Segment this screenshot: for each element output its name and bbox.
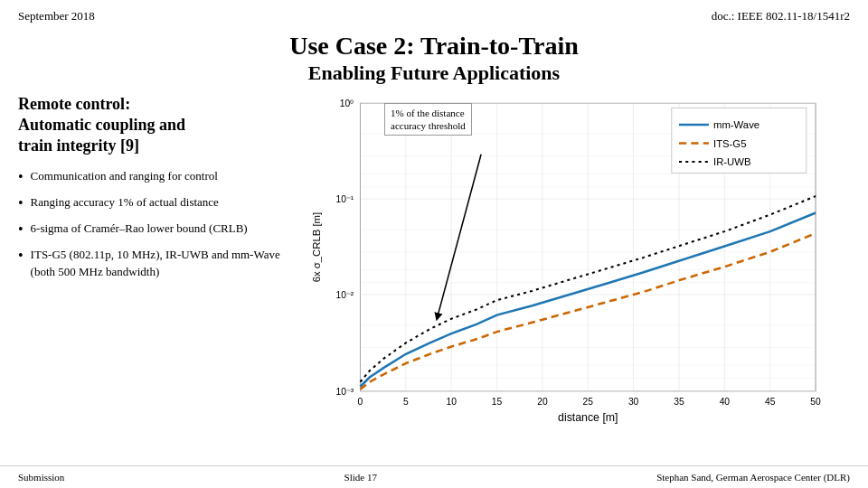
svg-text:35: 35	[674, 397, 684, 407]
footer-right: Stephan Sand, German Aerospace Center (D…	[656, 472, 850, 483]
bullet-text: 6-sigma of Cramér–Rao lower bound (CRLB)	[31, 221, 248, 237]
svg-text:IR-UWB: IR-UWB	[713, 156, 750, 167]
bullet-text: Communication and ranging for control	[31, 168, 218, 184]
svg-text:45: 45	[765, 397, 776, 407]
chart-container: 1% of the distance accuracy threshold	[307, 94, 850, 428]
title-sub: Enabling Future Applications	[0, 61, 868, 85]
svg-text:10⁻³: 10⁻³	[335, 387, 354, 397]
footer: Submission Slide 17 Stephan Sand, German…	[0, 465, 868, 488]
svg-text:10⁰: 10⁰	[340, 99, 354, 108]
left-panel: Remote control:Automatic coupling andtra…	[18, 94, 298, 428]
title-main: Use Case 2: Train-to-Train	[0, 31, 868, 61]
svg-text:5: 5	[403, 397, 409, 407]
svg-text:20: 20	[537, 397, 548, 407]
callout-box: 1% of the distance accuracy threshold	[384, 103, 472, 136]
callout-line1: 1% of the distance	[391, 108, 465, 118]
svg-text:0: 0	[358, 397, 363, 407]
list-item: 6-sigma of Cramér–Rao lower bound (CRLB)	[18, 221, 298, 238]
list-item: Communication and ranging for control	[18, 168, 298, 185]
svg-text:10: 10	[446, 397, 457, 407]
content-area: Remote control:Automatic coupling andtra…	[0, 94, 868, 428]
svg-text:10⁻¹: 10⁻¹	[335, 194, 354, 204]
svg-text:distance [m]: distance [m]	[558, 410, 618, 423]
footer-center: Slide 17	[344, 472, 377, 483]
svg-text:30: 30	[628, 397, 639, 407]
bullet-list: Communication and ranging for control Ra…	[18, 168, 298, 280]
svg-text:40: 40	[720, 397, 731, 407]
svg-text:6x σ_CRLB [m]: 6x σ_CRLB [m]	[311, 212, 322, 282]
list-item: Ranging accuracy 1% of actual distance	[18, 194, 298, 211]
svg-text:15: 15	[492, 397, 503, 407]
bullet-text: Ranging accuracy 1% of actual distance	[31, 194, 219, 211]
bullet-text: ITS-G5 (802.11p, 10 MHz), IR-UWB and mm-…	[31, 247, 298, 279]
svg-text:ITS-G5: ITS-G5	[713, 137, 746, 148]
title-section: Use Case 2: Train-to-Train Enabling Futu…	[0, 31, 868, 85]
header: September 2018 doc.: IEEE 802.11-18/1541…	[0, 0, 868, 27]
svg-text:50: 50	[810, 397, 821, 407]
header-date: September 2018	[18, 9, 95, 23]
remote-control-title: Remote control:Automatic coupling andtra…	[18, 94, 298, 157]
list-item: ITS-G5 (802.11p, 10 MHz), IR-UWB and mm-…	[18, 247, 298, 279]
svg-text:10⁻²: 10⁻²	[335, 290, 354, 300]
svg-text:25: 25	[583, 397, 594, 407]
chart-svg: 10⁰ 10⁻¹ 10⁻² 10⁻³ 0 5 10 15 20 25 30 35…	[307, 94, 850, 428]
slide: September 2018 doc.: IEEE 802.11-18/1541…	[0, 0, 868, 488]
footer-left: Submission	[18, 472, 64, 483]
callout-line2: accuracy threshold	[391, 120, 466, 131]
header-doc: doc.: IEEE 802.11-18/1541r2	[712, 9, 850, 23]
right-panel: 1% of the distance accuracy threshold	[307, 94, 850, 428]
svg-text:mm-Wave: mm-Wave	[713, 119, 760, 130]
